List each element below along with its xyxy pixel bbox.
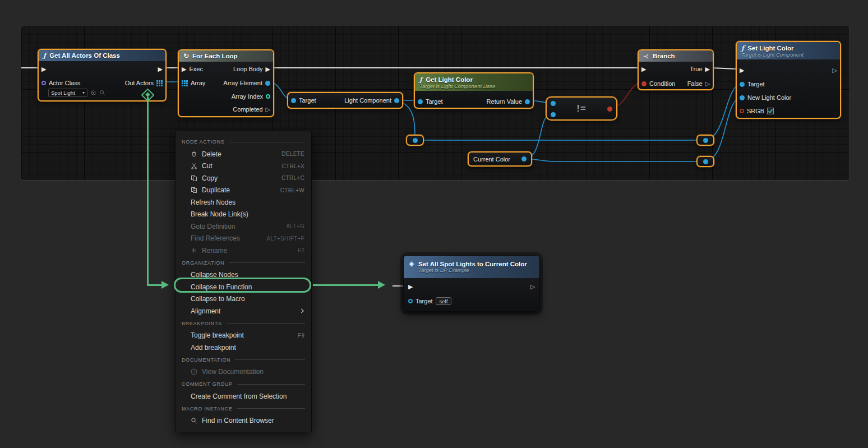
menu-item-view-documentation[interactable]: ? View Documentation	[176, 366, 311, 378]
cut-icon	[191, 163, 198, 169]
node-header[interactable]: Set All Spot Lights to Current Color Tar…	[404, 256, 539, 278]
reroute-pin[interactable]	[703, 159, 708, 164]
condition-pin[interactable]	[641, 81, 647, 86]
node-light-component-getter[interactable]: Target Light Component	[287, 92, 403, 109]
exec-out-pin[interactable]: ▷	[833, 67, 837, 73]
node-subtitle: Target is Light Component Base	[419, 84, 495, 89]
node-get-light-color[interactable]: ƒ Get Light Color Target is Light Compon…	[414, 72, 534, 109]
exec-in-pin[interactable]: ▶	[182, 66, 186, 72]
search-icon	[191, 417, 198, 424]
menu-item-collapse-to-macro[interactable]: Collapse to Macro	[176, 293, 311, 306]
node-title: Get All Actors Of Class	[49, 52, 120, 59]
target-pin[interactable]	[740, 82, 745, 87]
menu-section-breakpoints: BREAKPOINTS	[176, 317, 311, 330]
menu-item-find-references[interactable]: Find References ALT+SHIFT+F	[176, 233, 311, 245]
actor-class-pin[interactable]	[41, 81, 46, 85]
input-b-pin[interactable]	[551, 112, 556, 117]
false-pin[interactable]: ▷	[705, 81, 710, 87]
light-component-pin[interactable]	[394, 98, 399, 103]
menu-section-node-actions: NODE ACTIONS	[176, 136, 311, 148]
menu-item-refresh-nodes[interactable]: Refresh Nodes	[176, 196, 311, 209]
array-index-pin[interactable]	[266, 94, 270, 99]
annotation-line	[313, 284, 378, 286]
loop-body-pin[interactable]: ▶	[266, 66, 270, 72]
menu-item-find-in-content-browser[interactable]: Find in Content Browser	[176, 415, 311, 427]
node-branch[interactable]: Branch ▶ True ▶ Condition False ▷	[638, 49, 714, 90]
function-icon: ƒ	[43, 52, 46, 59]
reroute-pin[interactable]	[703, 138, 708, 143]
menu-item-alignment[interactable]: Alignment	[176, 305, 311, 317]
menu-item-add-breakpoint[interactable]: Add breakpoint	[176, 341, 311, 354]
browse-icon[interactable]	[99, 90, 105, 96]
node-set-all-spot-lights[interactable]: Set All Spot Lights to Current Color Tar…	[403, 255, 540, 312]
node-header[interactable]: ƒ Set Light Color Target is Light Compon…	[737, 42, 840, 59]
input-a-pin[interactable]	[551, 101, 556, 106]
menu-item-collapse-to-function[interactable]: Collapse to Function	[176, 281, 311, 293]
menu-item-break-node-links[interactable]: Break Node Link(s)	[176, 209, 311, 221]
menu-item-collapse-nodes[interactable]: Collapse Nodes	[176, 269, 311, 281]
loop-icon: ↻	[183, 52, 189, 60]
pin-label: Out Actors	[125, 80, 154, 86]
duplicate-icon	[191, 187, 198, 193]
actor-class-dropdown[interactable]: Spot Light ▾	[48, 89, 87, 97]
srgb-pin[interactable]	[740, 109, 744, 113]
array-element-pin[interactable]	[265, 81, 270, 86]
use-selected-icon[interactable]	[90, 90, 96, 96]
node-current-color[interactable]: Current Color	[468, 151, 532, 167]
array-in-pin[interactable]	[182, 80, 188, 86]
node-subtitle: Target is Light Component	[741, 52, 804, 58]
menu-item-duplicate[interactable]: Duplicate CTRL+W	[176, 184, 311, 197]
menu-item-copy[interactable]: Copy CTRL+C	[176, 172, 311, 184]
menu-item-goto-definition[interactable]: Goto Definition ALT+G	[176, 220, 311, 233]
exec-in-pin[interactable]: ▶	[740, 67, 744, 73]
completed-pin[interactable]: ▷	[266, 107, 270, 113]
menu-section-documentation: DOCUMENTATION	[176, 354, 311, 366]
current-color-pin[interactable]	[521, 156, 527, 161]
result-pin[interactable]	[607, 107, 612, 112]
blueprint-graph[interactable]: ƒ Get All Actors Of Class ▶ ▶ Actor Clas…	[21, 26, 850, 181]
node-title: Get Light Color	[426, 76, 473, 83]
node-header[interactable]: ↻ For Each Loop	[179, 50, 273, 62]
menu-item-delete[interactable]: Delete DELETE	[176, 148, 311, 160]
target-pin[interactable]	[408, 299, 413, 303]
array-out-pin[interactable]	[156, 80, 163, 86]
node-set-light-color[interactable]: ƒ Set Light Color Target is Light Compon…	[736, 41, 841, 119]
menu-item-create-comment[interactable]: Create Comment from Selection	[176, 390, 311, 403]
node-title: Set Light Color	[747, 45, 793, 52]
node-header[interactable]: ƒ Get All Actors Of Class	[39, 50, 165, 61]
target-pin[interactable]	[418, 99, 423, 104]
copy-icon	[191, 175, 198, 182]
target-pin[interactable]	[291, 98, 296, 103]
dropdown-value: Spot Light	[51, 90, 75, 96]
function-icon: ƒ	[741, 44, 744, 52]
node-get-all-actors-of-class[interactable]: ƒ Get All Actors Of Class ▶ ▶ Actor Clas…	[38, 49, 167, 101]
true-pin[interactable]: ▶	[705, 66, 710, 72]
pin-label: Actor Class	[49, 80, 80, 86]
reroute-node[interactable]	[696, 156, 714, 167]
node-not-equal[interactable]: !=	[546, 96, 617, 121]
node-title: Branch	[653, 53, 675, 59]
reroute-node[interactable]	[696, 135, 714, 146]
exec-out-pin[interactable]: ▶	[158, 66, 163, 72]
menu-item-toggle-breakpoint[interactable]: Toggle breakpoint F9	[176, 330, 311, 342]
annotation-arrowhead	[378, 281, 385, 289]
menu-section-organization: ORGANIZATION	[176, 257, 311, 269]
return-value-pin[interactable]	[525, 99, 530, 104]
node-header[interactable]: Branch	[639, 50, 713, 62]
exec-in-pin[interactable]: ▶	[41, 66, 46, 72]
svg-text:?: ?	[193, 370, 195, 375]
menu-item-rename[interactable]: Rename F2	[176, 244, 311, 257]
exec-out-pin[interactable]: ▷	[530, 284, 535, 290]
node-title: For Each Loop	[192, 53, 238, 59]
function-call-diamond-icon	[408, 261, 415, 267]
reroute-node[interactable]	[406, 135, 424, 146]
reroute-pin[interactable]	[413, 138, 418, 143]
srgb-checkbox[interactable]	[767, 108, 774, 114]
node-for-each-loop[interactable]: ↻ For Each Loop ▶ Exec Loop Body ▶	[178, 49, 274, 117]
context-menu: NODE ACTIONS Delete DELETE Cut CTRL+X Co…	[175, 131, 312, 432]
menu-item-cut[interactable]: Cut CTRL+X	[176, 160, 311, 173]
exec-in-pin[interactable]: ▶	[408, 284, 413, 290]
node-header[interactable]: ƒ Get Light Color Target is Light Compon…	[415, 73, 533, 91]
new-light-color-pin[interactable]	[740, 95, 745, 100]
exec-in-pin[interactable]: ▶	[641, 66, 646, 72]
